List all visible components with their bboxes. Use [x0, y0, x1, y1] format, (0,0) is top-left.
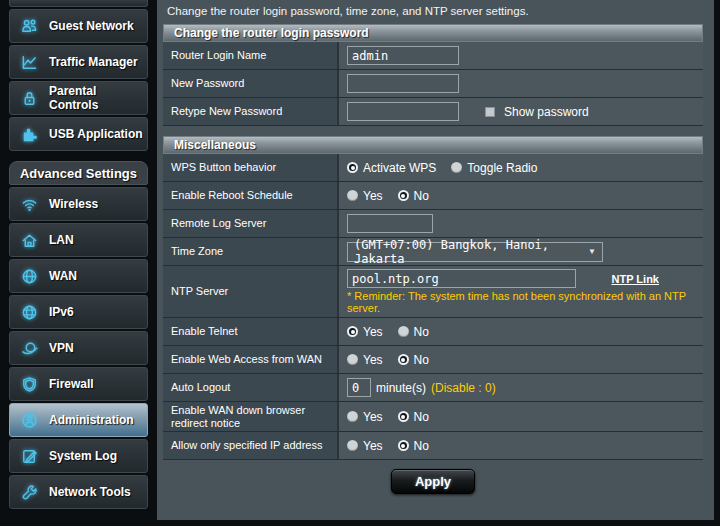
- sidebar-item-label: Parental Controls: [49, 84, 147, 112]
- sidebar-item-label: Administration: [49, 413, 134, 427]
- ntp-server-input[interactable]: [347, 269, 576, 288]
- sidebar-item-label: Wireless: [49, 197, 98, 211]
- table-row: NTP Server NTP Link * Reminder: The syst…: [163, 266, 703, 318]
- apply-button[interactable]: Apply: [391, 469, 475, 494]
- reboot-no-radio[interactable]: [398, 190, 409, 201]
- web-access-yes-radio[interactable]: [347, 354, 358, 365]
- table-row: Time Zone (GMT+07:00) Bangkok, Hanoi, Ja…: [163, 238, 703, 266]
- table-row: Auto Logout minute(s) (Disable : 0): [163, 374, 703, 402]
- parental-controls-icon: [18, 88, 40, 108]
- table-row: Enable Telnet Yes No: [163, 318, 703, 346]
- wan-down-yes-radio[interactable]: [347, 411, 358, 422]
- time-zone-select[interactable]: (GMT+07:00) Bangkok, Hanoi, Jakarta ▼: [347, 242, 603, 262]
- web-access-no-label: No: [414, 353, 429, 367]
- sidebar-item-parental-controls[interactable]: Parental Controls: [9, 81, 148, 115]
- ntp-link[interactable]: NTP Link: [612, 273, 659, 285]
- table-row: Enable Web Access from WAN Yes No: [163, 346, 703, 374]
- table-row: WPS Button behavior Activate WPS Toggle …: [163, 154, 703, 182]
- row-label: Allow only specified IP address: [163, 432, 339, 459]
- sidebar-item-label: Guest Network: [49, 19, 134, 33]
- sidebar-item-wireless[interactable]: Wireless: [9, 187, 148, 221]
- wan-down-no-radio[interactable]: [398, 411, 409, 422]
- table-row: Retype New Password Show password: [163, 98, 703, 126]
- show-password-label: Show password: [504, 105, 589, 119]
- table-row: New Password: [163, 70, 703, 98]
- sidebar-item-wan[interactable]: WAN: [9, 259, 148, 293]
- allow-ip-yes-label: Yes: [363, 439, 383, 453]
- sidebar-item-administration[interactable]: Administration: [9, 403, 148, 437]
- row-label: NTP Server: [163, 266, 339, 317]
- sidebar-item-label: WAN: [49, 269, 77, 283]
- sidebar-item-lan[interactable]: LAN: [9, 223, 148, 257]
- row-label: Remote Log Server: [163, 210, 339, 237]
- web-access-no-radio[interactable]: [398, 354, 409, 365]
- web-access-yes-label: Yes: [363, 353, 383, 367]
- sidebar-item-ipv6[interactable]: IPv6: [9, 295, 148, 329]
- table-row: Enable WAN down browser redirect notice …: [163, 402, 703, 432]
- wps-activate-label: Activate WPS: [363, 161, 436, 175]
- row-label: Retype New Password: [163, 98, 339, 125]
- telnet-yes-radio[interactable]: [347, 326, 358, 337]
- network-tools-icon: [18, 482, 40, 502]
- reboot-no-label: No: [414, 189, 429, 203]
- row-label: Router Login Name: [163, 42, 339, 69]
- table-row: Remote Log Server: [163, 210, 703, 238]
- advanced-settings-header: Advanced Settings: [9, 161, 148, 185]
- telnet-yes-label: Yes: [363, 325, 383, 339]
- wan-icon: [18, 266, 40, 286]
- password-section-title: Change the router login password: [174, 26, 369, 40]
- sidebar-item-label: VPN: [49, 341, 74, 355]
- wan-down-no-label: No: [414, 410, 429, 424]
- table-row: Router Login Name: [163, 42, 703, 70]
- row-label: Time Zone: [163, 238, 339, 265]
- row-label: New Password: [163, 70, 339, 97]
- lan-icon: [18, 230, 40, 250]
- auto-logout-hint: (Disable : 0): [431, 381, 496, 395]
- row-label: Enable Telnet: [163, 318, 339, 345]
- password-section-header: Change the router login password: [163, 24, 703, 42]
- row-label: Enable Reboot Schedule: [163, 182, 339, 209]
- administration-system-page: Change the router login password, time z…: [157, 0, 714, 520]
- auto-logout-input[interactable]: [347, 378, 371, 397]
- row-label: Enable Web Access from WAN: [163, 346, 339, 373]
- table-row: Enable Reboot Schedule Yes No: [163, 182, 703, 210]
- router-login-name-input[interactable]: [347, 46, 459, 65]
- wps-toggle-radio[interactable]: [451, 162, 462, 173]
- sidebar-item-label: LAN: [49, 233, 74, 247]
- remote-log-server-input[interactable]: [347, 214, 433, 233]
- reboot-yes-label: Yes: [363, 189, 383, 203]
- sidebar-item-label: System Log: [49, 449, 117, 463]
- reboot-yes-radio[interactable]: [347, 190, 358, 201]
- show-password-checkbox[interactable]: [485, 107, 495, 117]
- row-label: WPS Button behavior: [163, 154, 339, 181]
- page-description: Change the router login password, time z…: [163, 0, 703, 24]
- misc-section-title: Miscellaneous: [174, 138, 256, 152]
- allow-ip-yes-radio[interactable]: [347, 440, 358, 451]
- sidebar: Guest Network Traffic Manager Parental C…: [9, 0, 148, 511]
- row-label: Enable WAN down browser redirect notice: [163, 402, 339, 431]
- traffic-manager-icon: [18, 52, 40, 72]
- sidebar-item-system-log[interactable]: System Log: [9, 439, 148, 473]
- system-log-icon: [18, 446, 40, 466]
- new-password-input[interactable]: [347, 74, 459, 93]
- sidebar-item-network-tools[interactable]: Network Tools: [9, 475, 148, 509]
- row-label: Auto Logout: [163, 374, 339, 401]
- retype-password-input[interactable]: [347, 102, 459, 121]
- advanced-settings-title: Advanced Settings: [20, 166, 137, 181]
- sidebar-item-vpn[interactable]: VPN: [9, 331, 148, 365]
- telnet-no-radio[interactable]: [398, 326, 409, 337]
- time-zone-value: (GMT+07:00) Bangkok, Hanoi, Jakarta: [354, 238, 588, 266]
- allow-ip-no-radio[interactable]: [398, 440, 409, 451]
- allow-ip-no-label: No: [414, 439, 429, 453]
- misc-section-header: Miscellaneous: [163, 136, 703, 154]
- vpn-icon: [18, 338, 40, 358]
- wps-activate-radio[interactable]: [347, 162, 358, 173]
- sidebar-item-traffic-manager[interactable]: Traffic Manager: [9, 45, 148, 79]
- firewall-icon: [18, 374, 40, 394]
- sidebar-item-guest-network[interactable]: Guest Network: [9, 9, 148, 43]
- sidebar-item-usb-application[interactable]: USB Application: [9, 117, 148, 151]
- sidebar-item-partial[interactable]: [9, 0, 148, 7]
- sidebar-item-firewall[interactable]: Firewall: [9, 367, 148, 401]
- auto-logout-unit: minute(s): [376, 381, 426, 395]
- ntp-reminder-text: * Reminder: The system time has not been…: [347, 290, 703, 314]
